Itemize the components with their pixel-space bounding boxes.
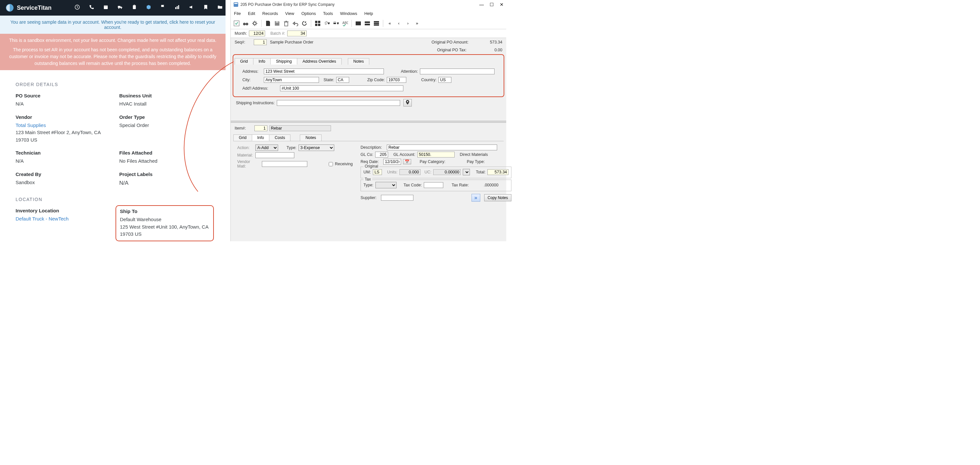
menu-edit[interactable]: Edit bbox=[248, 11, 255, 16]
layout2-icon[interactable] bbox=[364, 20, 371, 27]
tab-shipping[interactable]: Shipping bbox=[270, 58, 297, 65]
new-doc-icon[interactable] bbox=[265, 20, 271, 27]
print-icon[interactable]: ▾ bbox=[332, 20, 339, 27]
box-icon[interactable] bbox=[146, 4, 151, 11]
um-input[interactable] bbox=[373, 169, 382, 175]
vendor-address: 123 Main Street #Floor 2, AnyTown, CA 19… bbox=[16, 129, 100, 142]
tax-legend: Tax bbox=[363, 177, 372, 182]
gl-account-input[interactable] bbox=[417, 152, 455, 158]
next-icon[interactable]: › bbox=[405, 20, 411, 27]
ship-to-address2: 19703 US bbox=[120, 230, 210, 238]
attachment-icon[interactable]: ▾ bbox=[323, 20, 330, 27]
tax-type-select[interactable] bbox=[375, 182, 396, 189]
addl-address-input[interactable] bbox=[280, 85, 403, 91]
refresh-icon[interactable] bbox=[301, 20, 308, 27]
state-input[interactable] bbox=[336, 77, 349, 83]
menu-help[interactable]: Help bbox=[364, 11, 373, 16]
tax-type-label: Type: bbox=[363, 183, 374, 187]
item-tab-notes[interactable]: Notes bbox=[300, 134, 321, 141]
truck-icon[interactable] bbox=[117, 4, 123, 11]
tab-grid[interactable]: Grid bbox=[235, 58, 253, 65]
orig-po-amount-label: Original PO Amount: bbox=[431, 40, 469, 45]
last-icon[interactable]: » bbox=[414, 20, 420, 27]
layout3-icon[interactable] bbox=[373, 20, 380, 27]
maximize-icon[interactable]: ☐ bbox=[490, 2, 494, 7]
grid-icon[interactable] bbox=[315, 20, 321, 27]
undo-icon[interactable] bbox=[292, 20, 299, 27]
item-tab-costs[interactable]: Costs bbox=[269, 134, 290, 141]
flag-icon[interactable] bbox=[160, 4, 166, 11]
chart-icon[interactable] bbox=[174, 4, 180, 11]
svg-rect-31 bbox=[374, 23, 379, 24]
receiving-checkbox[interactable] bbox=[329, 162, 333, 166]
menu-view[interactable]: View bbox=[285, 11, 294, 16]
menu-windows[interactable]: Windows bbox=[340, 11, 357, 16]
bookmark-icon[interactable] bbox=[203, 4, 208, 11]
clock-icon[interactable] bbox=[74, 4, 80, 11]
item-no-label: Item#: bbox=[235, 126, 246, 131]
total-input[interactable] bbox=[487, 169, 509, 175]
country-input[interactable] bbox=[438, 77, 451, 83]
megaphone-icon[interactable] bbox=[189, 4, 194, 11]
supplier-label: Supplier: bbox=[361, 195, 376, 200]
item-type-select[interactable]: 3-Expense bbox=[299, 144, 334, 151]
edit-icon[interactable] bbox=[233, 20, 240, 27]
spellcheck-icon[interactable]: ABC bbox=[342, 20, 348, 27]
seq-input[interactable] bbox=[254, 39, 267, 45]
zip-input[interactable] bbox=[387, 77, 406, 83]
action-select[interactable]: A-Add bbox=[255, 144, 278, 151]
inventory-location-link[interactable]: Default Truck - NewTech bbox=[16, 216, 68, 222]
pay-type-label: Pay Type: bbox=[467, 160, 485, 164]
clipboard-icon[interactable] bbox=[131, 4, 137, 11]
item-tab-grid[interactable]: Grid bbox=[233, 134, 252, 141]
city-input[interactable] bbox=[264, 77, 319, 83]
description-input[interactable] bbox=[387, 144, 497, 150]
tab-address-overrides[interactable]: Address Overrides bbox=[297, 58, 342, 65]
menu-options[interactable]: Options bbox=[301, 11, 316, 16]
prev-icon[interactable]: ‹ bbox=[396, 20, 402, 27]
folder-icon[interactable] bbox=[217, 4, 223, 11]
copy-notes-button[interactable]: Copy Notes bbox=[484, 194, 512, 201]
binoculars-icon[interactable] bbox=[242, 20, 249, 27]
calendar-picker-button[interactable]: 📅 bbox=[403, 159, 411, 164]
batch-label: Batch #: bbox=[270, 31, 285, 36]
attention-input[interactable] bbox=[420, 69, 495, 74]
delete-icon[interactable] bbox=[283, 20, 290, 27]
material-input[interactable] bbox=[255, 152, 294, 158]
close-icon[interactable]: ✕ bbox=[500, 2, 504, 7]
batch-input[interactable] bbox=[287, 30, 307, 36]
st-logo[interactable]: ServiceTitan bbox=[5, 3, 52, 12]
item-tab-info[interactable]: Info bbox=[252, 134, 270, 141]
menu-records[interactable]: Records bbox=[262, 11, 278, 16]
tax-code-input[interactable] bbox=[424, 182, 443, 188]
uc-unit-select[interactable] bbox=[463, 169, 470, 175]
gear-icon[interactable] bbox=[251, 20, 258, 27]
vendor-link[interactable]: Total Supplies bbox=[16, 122, 46, 128]
gl-co-input[interactable] bbox=[375, 152, 388, 158]
menu-file[interactable]: File bbox=[234, 11, 241, 16]
address-input[interactable] bbox=[264, 69, 384, 74]
tab-info[interactable]: Info bbox=[253, 58, 271, 65]
svg-point-16 bbox=[246, 23, 248, 26]
map-pin-button[interactable] bbox=[403, 99, 412, 107]
save-icon[interactable] bbox=[274, 20, 280, 27]
orig-po-tax-value: 0.00 bbox=[495, 48, 502, 52]
phone-icon[interactable] bbox=[89, 4, 94, 11]
month-input[interactable] bbox=[249, 30, 265, 36]
calendar-icon[interactable] bbox=[103, 4, 109, 11]
vendor-matl-input[interactable] bbox=[262, 161, 307, 167]
ship-instr-input[interactable] bbox=[277, 100, 400, 106]
first-icon[interactable]: « bbox=[387, 20, 393, 27]
info-banner[interactable]: You are seeing sample data in your accou… bbox=[0, 16, 226, 34]
supplier-input[interactable] bbox=[381, 195, 414, 201]
layout1-icon[interactable] bbox=[355, 20, 361, 27]
svg-point-17 bbox=[253, 22, 256, 25]
item-no-input[interactable] bbox=[255, 125, 267, 131]
addl-address-label: Add'l Address: bbox=[242, 86, 278, 91]
city-label: City: bbox=[242, 78, 262, 82]
arrow-forward-button[interactable]: » bbox=[471, 194, 480, 201]
minimize-icon[interactable]: — bbox=[479, 2, 484, 7]
tab-notes[interactable]: Notes bbox=[348, 58, 370, 65]
req-date-input[interactable] bbox=[383, 159, 401, 165]
menu-tools[interactable]: Tools bbox=[323, 11, 333, 16]
